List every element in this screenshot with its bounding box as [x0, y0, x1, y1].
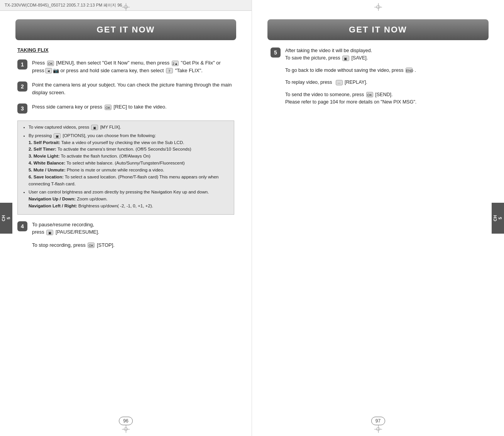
step5-para3: To replay video, press ··· [REPLAY].	[285, 79, 485, 86]
stop-icon: OK	[88, 243, 95, 248]
rec-icon: OK	[105, 105, 112, 110]
replay-icon: ···	[336, 80, 343, 85]
left-content: TAKING FLIX 1 Press OK [MENU], then sele…	[17, 40, 234, 249]
step-number-5: 5	[271, 48, 281, 58]
step-content-5: After taking the video it will be displa…	[285, 47, 485, 110]
info-box: To view captured videos, press ▣ [MY FLI…	[17, 120, 234, 215]
crosshair-top	[122, 3, 130, 11]
chapter-tab-right: CH5	[492, 203, 504, 234]
info-item-2: By pressing ▣ [OPTIONS], you can choose …	[29, 132, 229, 188]
crosshair-top-right	[374, 3, 382, 11]
right-section-title: GET IT NOW	[267, 25, 489, 35]
pause-icon: ▣	[46, 230, 53, 235]
step-4: 4 To pause/resume recording, press ▣ [PA…	[17, 221, 234, 249]
crosshair-circle-br	[376, 427, 380, 431]
nav-icon: ◄	[45, 68, 52, 73]
ok-icon-1: OK	[47, 61, 54, 66]
step5-para2: To go back to idle mode without saving t…	[285, 67, 485, 74]
menu-icon: 2▲	[172, 61, 179, 66]
step-content-3: Press side camera key or press OK [REC] …	[32, 103, 234, 111]
left-page-number: 96	[119, 417, 133, 425]
step-number-1: 1	[17, 59, 27, 70]
myflix-icon: ▣	[91, 125, 98, 130]
step5-para1: After taking the video it will be displa…	[285, 47, 485, 62]
step-content-4: To pause/resume recording, press ▣ [PAUS…	[32, 221, 234, 249]
crosshair-circle	[124, 5, 128, 9]
sub-item-6: 6. Save location:	[29, 175, 64, 179]
step5-para4: To send the video to someone, press OK […	[285, 91, 485, 106]
send-icon: OK	[366, 92, 373, 97]
sub-item-3: 3. Movie Light:	[29, 154, 60, 158]
step-number-4: 4	[17, 221, 27, 231]
crosshair-bottom-left	[122, 425, 130, 433]
step-1: 1 Press OK [MENU], then select "Get It N…	[17, 59, 234, 74]
sub-item-1: 1. Self Portrait:	[29, 140, 60, 145]
select-icon: 7	[166, 68, 173, 73]
right-content: 5 After taking the video it will be disp…	[271, 40, 485, 110]
right-section-header: GET IT NOW	[267, 19, 489, 40]
info-item-3: User can control brightness and zoom dir…	[29, 189, 229, 209]
step-number-3: 3	[17, 103, 27, 114]
right-page-number: 97	[371, 417, 385, 425]
chapter-tab-left-label: CH5	[1, 215, 11, 221]
nav-lr: Navigation Left / Right:	[29, 204, 77, 208]
sub-item-2: 2. Self Timer:	[29, 147, 56, 151]
step-5: 5 After taking the video it will be disp…	[271, 47, 485, 110]
step-content-1: Press OK [MENU], then select "Get It Now…	[32, 59, 234, 74]
left-page: TX-230VW(CDM-8945)_050712 2005.7.13 2:13…	[0, 0, 252, 436]
info-list: To view captured videos, press ▣ [MY FLI…	[22, 124, 229, 210]
step-2: 2 Point the camera lens at your subject.…	[17, 81, 234, 96]
step-content-2: Point the camera lens at your subject. Y…	[32, 81, 234, 96]
page-header-text: TX-230VW(CDM-8945)_050712 2005.7.13 2:13…	[5, 2, 122, 8]
section-subtitle: TAKING FLIX	[17, 47, 234, 53]
right-page: CH5 GET IT NOW 5 After taking the video …	[252, 0, 504, 436]
chapter-tab-left: CH5	[0, 203, 12, 234]
crosshair-circle-bl	[124, 427, 128, 431]
left-section-title: GET IT NOW	[15, 25, 236, 35]
options-icon: ▣	[54, 133, 61, 139]
sub-item-5: 5. Mute / Unmute:	[29, 168, 66, 172]
sub-item-4: 4. White Balance:	[29, 161, 65, 165]
end-icon: END	[406, 68, 413, 73]
crosshair-bottom-right	[374, 425, 382, 433]
left-section-header: GET IT NOW	[15, 19, 236, 40]
save-icon: ▣	[342, 56, 349, 61]
crosshair-circle-tr	[376, 5, 380, 9]
info-item-1: To view captured videos, press ▣ [MY FLI…	[29, 124, 229, 131]
nav-up-down: Navigation Up / Down:	[29, 197, 76, 201]
chapter-tab-right-label: CH5	[493, 215, 503, 221]
step-number-2: 2	[17, 81, 27, 92]
step-3: 3 Press side camera key or press OK [REC…	[17, 103, 234, 114]
stop-text: To stop recording, press OK [STOP].	[32, 241, 234, 249]
